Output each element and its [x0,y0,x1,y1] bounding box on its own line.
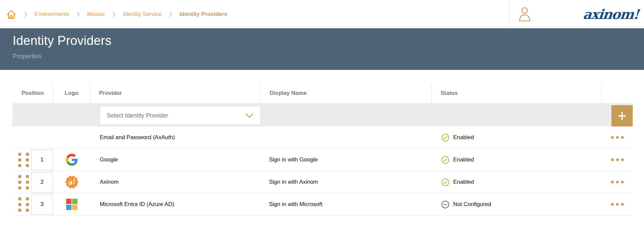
column-header-actions [602,83,633,103]
add-provider-button[interactable]: + [611,105,633,126]
identity-providers-table: Position Logo Provider Display Name Stat… [12,83,633,216]
status-badge: Enabled [453,134,474,141]
table-row: 1 Google Sign in with Google Enabled [12,149,633,171]
status-badge: Enabled [453,179,474,185]
page-subtitle: Properties [13,53,644,60]
status-badge: Enabled [453,156,474,163]
position-value[interactable]: 1 [31,150,53,170]
page-header: Identity Providers Properties [0,28,644,70]
add-provider-row: Select Identity Provider + [12,103,633,126]
microsoft-logo-icon [66,199,77,210]
status-enabled-icon [441,133,450,142]
breadcrumb: Environments Mosaic Identity Service Ide… [0,9,509,20]
drag-handle-icon[interactable] [18,197,29,212]
breadcrumb-identity-service[interactable]: Identity Service [123,11,162,18]
provider-name: Google [90,149,261,171]
chevron-right-icon [169,11,173,17]
chevron-right-icon [76,11,80,17]
user-menu-button[interactable] [510,7,540,22]
display-name [261,126,432,148]
table-row: Email and Password (AxAuth) Enabled [12,126,633,149]
status-enabled-icon [441,178,450,186]
column-header-display-name: Display Name [261,83,432,103]
provider-name: Axinom [90,171,261,193]
status-not-configured-icon [441,200,450,209]
chevron-right-icon [24,11,28,17]
row-actions-button[interactable] [609,201,626,208]
display-name: Sign in with Microsoft [261,193,432,215]
status-badge: Not Configured [453,201,491,208]
display-name: Sign in with Google [261,149,432,171]
home-icon[interactable] [6,9,17,20]
column-header-provider: Provider [90,83,261,103]
user-icon [518,7,531,22]
breadcrumb-mosaic[interactable]: Mosaic [87,11,105,18]
chevron-down-icon [245,113,254,118]
column-header-status: Status [432,83,602,103]
top-bar: Environments Mosaic Identity Service Ide… [0,0,644,28]
provider-name: Email and Password (AxAuth) [90,126,261,148]
breadcrumb-environments[interactable]: Environments [35,11,69,18]
status-enabled-icon [441,156,450,164]
provider-name: Microsoft Entra ID (Azure AD) [90,193,261,215]
row-actions-button[interactable] [609,156,626,163]
position-value[interactable]: 2 [31,172,53,192]
column-header-logo: Logo [53,83,90,103]
row-actions-button[interactable] [609,134,626,141]
axinom-logo: axinom! [582,6,640,22]
table-header-row: Position Logo Provider Display Name Stat… [12,83,633,103]
select-placeholder: Select Identity Provider [107,112,245,119]
identity-provider-select[interactable]: Select Identity Provider [100,106,261,125]
chevron-right-icon [112,11,116,17]
position-value[interactable]: 3 [31,194,53,215]
axinom-logo-icon: a! [65,175,79,189]
drag-handle-icon[interactable] [18,153,29,167]
table-row: 3 Microsoft Entra ID (Azure AD) Sign in … [12,193,633,216]
table-row: 2 a! Axinom Sign in with Axinom [12,171,633,193]
breadcrumb-identity-providers: Identity Providers [180,11,227,18]
google-logo-icon [66,154,78,166]
column-header-position: Position [12,83,53,103]
display-name: Sign in with Axinom [261,171,432,193]
row-actions-button[interactable] [609,179,626,185]
page-title: Identity Providers [13,34,644,48]
drag-handle-icon[interactable] [18,175,29,189]
